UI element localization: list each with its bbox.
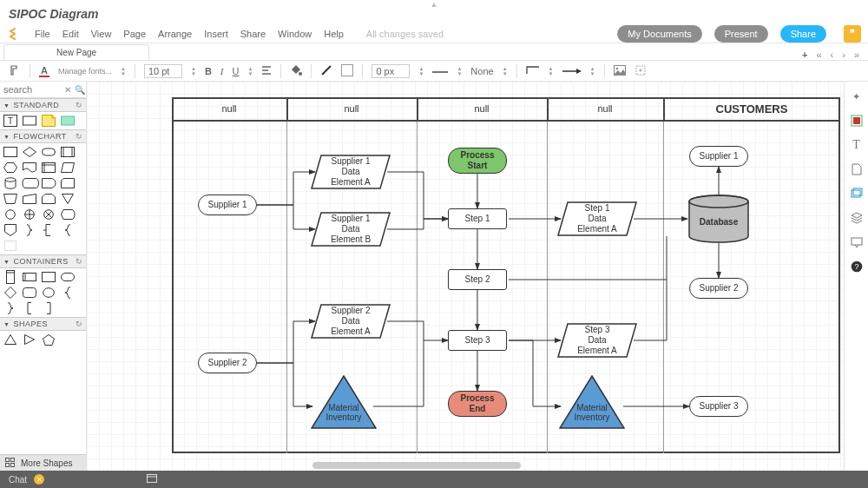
nav-next-icon[interactable]: › [842, 49, 845, 60]
menu-insert[interactable]: Insert [204, 29, 228, 39]
shape-brace-open[interactable] [60, 287, 76, 299]
col-header-4[interactable]: null [547, 97, 663, 122]
menu-view[interactable]: View [91, 29, 112, 39]
nav-prev-icon[interactable]: ‹ [831, 49, 834, 60]
node-s2-data-a[interactable]: Supplier 2DataElement A [311, 304, 391, 339]
section-refresh-icon[interactable]: ↻ [76, 101, 83, 109]
section-containers[interactable]: ▼CONTAINERS↻ [0, 254, 86, 268]
section-refresh-icon-2[interactable]: ↻ [76, 132, 83, 141]
more-shapes-button[interactable]: More Shapes [0, 454, 86, 471]
image-icon[interactable] [614, 65, 626, 77]
node-s1-data-a[interactable]: Supplier 1DataElement A [311, 155, 391, 189]
text-color-icon[interactable]: A [39, 65, 49, 77]
node-s1-data-b[interactable]: Supplier 1DataElement B [311, 212, 391, 247]
canvas[interactable]: null null null null CUSTOMERS [87, 82, 844, 471]
menu-file[interactable]: File [35, 29, 50, 39]
node-step-3[interactable]: Step 3 [448, 330, 507, 351]
shape-or[interactable] [22, 208, 37, 221]
node-material-inventory-2[interactable]: MaterialInventory [559, 375, 625, 429]
horizontal-scrollbar[interactable] [312, 462, 521, 469]
shape-manual-input[interactable] [22, 193, 37, 205]
menu-page[interactable]: Page [123, 29, 146, 39]
menu-edit[interactable]: Edit [62, 29, 79, 39]
shape-document[interactable] [22, 162, 37, 174]
node-supplier-1[interactable]: Supplier 1 [198, 195, 257, 215]
nav-first-icon[interactable]: « [816, 49, 821, 60]
col-header-1[interactable]: null [172, 97, 286, 122]
feedback-icon[interactable]: ❞ [844, 25, 861, 43]
present-tool-icon[interactable] [849, 234, 865, 250]
shape-merge[interactable] [60, 193, 76, 205]
shape-container-diamond[interactable] [3, 287, 18, 299]
conn-stepper-icon[interactable]: ▲▼ [549, 66, 554, 76]
col-header-5[interactable]: CUSTOMERS [663, 97, 840, 122]
shape-container-pill[interactable] [60, 271, 76, 283]
node-process-start[interactable]: ProcessStart [448, 148, 507, 174]
section-shapes[interactable]: ▼SHAPES↻ [0, 317, 86, 331]
app-logo-icon[interactable] [7, 26, 23, 42]
menu-window[interactable]: Window [278, 29, 312, 39]
shape-container-round[interactable] [22, 287, 37, 299]
arrow-start-stepper-icon[interactable]: ▲▼ [503, 66, 508, 76]
shape-rect[interactable] [22, 115, 37, 127]
col-header-2[interactable]: null [286, 97, 417, 122]
help-icon[interactable]: ? [849, 259, 865, 274]
shape-card[interactable] [60, 177, 76, 189]
shape-process[interactable] [3, 146, 18, 158]
section-flowchart[interactable]: ▼FLOWCHART↻ [0, 129, 86, 143]
shape-brace-r[interactable] [22, 224, 37, 236]
menu-arrange[interactable]: Arrange [158, 29, 192, 39]
arrow-start-select[interactable]: None [470, 66, 493, 76]
shape-container-circle[interactable] [41, 287, 56, 299]
node-customer-supplier-3[interactable]: Supplier 3 [689, 396, 748, 417]
shape-bracket-close[interactable] [41, 302, 56, 314]
line-color-icon[interactable] [320, 64, 332, 78]
theme-icon[interactable] [849, 113, 865, 129]
shape-delay[interactable] [41, 177, 56, 189]
search-input[interactable] [0, 82, 62, 97]
present-button[interactable]: Present [714, 25, 768, 43]
node-step-2[interactable]: Step 2 [448, 269, 507, 290]
shape-text[interactable]: T [3, 115, 18, 127]
shape-sum[interactable] [41, 208, 56, 221]
align-button[interactable] [261, 65, 272, 77]
shape-internal[interactable] [41, 162, 56, 174]
shape-brace-close[interactable] [3, 302, 18, 314]
shape-swimlane-h[interactable] [22, 271, 37, 283]
shape-highlight[interactable] [60, 115, 76, 127]
shape-terminator[interactable] [41, 146, 56, 158]
shape-tri-right[interactable] [22, 333, 37, 346]
shape-decision[interactable] [22, 146, 37, 158]
shape-manual-op[interactable] [3, 193, 18, 205]
section-refresh-icon-3[interactable]: ↻ [76, 257, 83, 266]
col-header-3[interactable]: null [417, 97, 547, 122]
font-manager[interactable]: Manage fonts... [58, 67, 112, 76]
line-color-dropdown-icon[interactable] [341, 64, 353, 78]
menu-share[interactable]: Share [240, 29, 266, 39]
shape-offpage[interactable] [3, 224, 18, 236]
shape-connector[interactable] [3, 208, 18, 221]
layers-icon[interactable] [849, 186, 865, 201]
size-stepper-icon[interactable]: ▲▼ [191, 66, 196, 76]
page-tab-new[interactable]: New Page [3, 44, 149, 60]
my-documents-button[interactable]: My Documents [617, 25, 701, 43]
connector-style-icon[interactable] [526, 65, 540, 77]
arrow-end-icon[interactable] [562, 66, 582, 76]
arrow-end-stepper-icon[interactable]: ▲▼ [590, 66, 595, 76]
shape-note2[interactable] [41, 224, 56, 236]
shape-predef[interactable] [60, 146, 76, 158]
add-page-button[interactable]: + [802, 49, 807, 60]
node-step1-data-a[interactable]: Step 1DataElement A [557, 201, 637, 236]
shape-database[interactable] [3, 177, 18, 189]
line-style-icon[interactable] [432, 66, 448, 76]
node-supplier-2[interactable]: Supplier 2 [198, 353, 257, 373]
node-database[interactable]: Database [687, 195, 750, 243]
shape-swimlane-v[interactable] [3, 271, 18, 283]
font-size-input[interactable]: 10 pt [144, 64, 182, 78]
shape-hexagon[interactable] [3, 162, 18, 174]
stack-icon[interactable] [849, 210, 865, 226]
minimize-icon[interactable] [147, 474, 157, 485]
crop-icon[interactable] [635, 64, 647, 78]
shape-data[interactable] [60, 162, 76, 174]
underline-button[interactable]: U [233, 66, 240, 76]
